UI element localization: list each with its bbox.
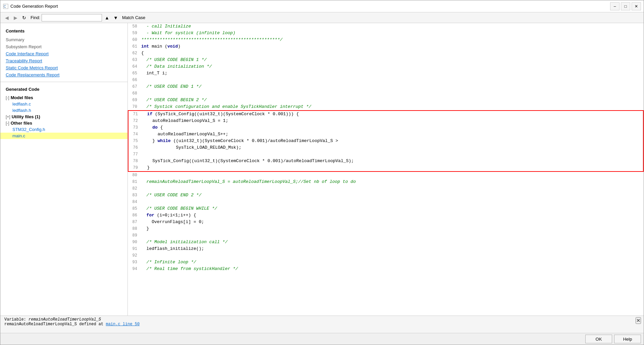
table-row: 80 — [128, 172, 644, 179]
table-row: 64 /* Data initialization */ — [128, 63, 644, 70]
find-prev-button[interactable]: ▲ — [103, 14, 111, 21]
line-number: 69 — [128, 97, 141, 104]
status-bar: ✕ Variable: remainAutoReloadTimerLoopVal… — [0, 316, 644, 333]
line-content: /* USER CODE END 2 */ — [141, 192, 644, 199]
table-row: 58 - call Initialize — [128, 23, 644, 30]
line-content: /* USER CODE BEGIN WHILE */ — [141, 205, 644, 212]
line-number: 86 — [128, 212, 141, 219]
find-next-button[interactable]: ▼ — [112, 14, 119, 21]
other-files-toggle: [-] — [6, 121, 9, 126]
status-link[interactable]: main.c line 50 — [106, 322, 140, 327]
toolbar: ◀ ▶ ↻ Find: ▲ ▼ Match Case — [0, 12, 644, 23]
svg-text:C: C — [4, 5, 6, 8]
line-number: 82 — [128, 185, 141, 192]
other-files-label: Other files — [11, 121, 32, 126]
variable-name: remainAutoReloadTimerLoopVal_S — [29, 317, 101, 322]
match-case-label: Match Case — [122, 15, 145, 20]
table-row: 74 autoReloadTimerLoopVal_S++; — [128, 131, 644, 138]
line-number: 73 — [128, 124, 142, 131]
line-content: autoReloadTimerLoopVal_S++; — [142, 131, 643, 138]
line-number: 62 — [128, 50, 141, 57]
table-row: 62{ — [128, 50, 644, 57]
contents-heading: Contents — [0, 27, 127, 36]
line-number: 78 — [128, 158, 142, 164]
table-row: 70 /* Systick configuration and enable S… — [128, 104, 644, 110]
table-row: 86 for (i=0;i<1;i++) { — [128, 212, 644, 219]
line-number: 66 — [128, 77, 141, 83]
line-number: 80 — [128, 172, 141, 179]
line-content: - Wait for systick (infinite loop) — [141, 30, 644, 37]
sidebar-file-ledflash-h[interactable]: ledflash.h — [0, 107, 127, 114]
table-row: 73 do { — [128, 124, 644, 131]
table-row: 79 } — [128, 164, 644, 172]
sidebar-item-traceability-report[interactable]: Traceability Report — [0, 57, 127, 64]
window-title: Code Generation Report — [10, 4, 58, 9]
status-label: Variable: remainAutoReloadTimerLoopVal_S — [4, 317, 101, 322]
line-number: 84 — [128, 199, 141, 205]
find-input[interactable] — [42, 14, 102, 21]
table-row: 68 — [128, 90, 644, 97]
line-number: 93 — [128, 259, 141, 266]
sidebar-item-code-interface-report[interactable]: Code Interface Report — [0, 50, 127, 57]
line-number: 79 — [128, 164, 142, 171]
utility-files-tree-item[interactable]: [+] Utility files (1) — [0, 114, 127, 120]
line-content: /* Data initialization */ — [141, 63, 644, 70]
maximize-button[interactable]: □ — [621, 2, 630, 10]
line-content: ledflash_initialize(); — [141, 246, 644, 252]
line-content: ****************************************… — [141, 37, 644, 43]
line-content: SysTick_Config((uint32_t)(SystemCoreCloc… — [142, 158, 643, 164]
model-files-toggle: [-] — [6, 95, 9, 100]
line-content: int_T i; — [141, 70, 644, 77]
main-content: Contents Summary Subsystem Report Code I… — [0, 23, 644, 316]
main-window: C Code Generation Report – □ ✕ ◀ ▶ ↻ Fin… — [0, 0, 644, 345]
line-number: 81 — [128, 179, 141, 185]
table-row: 71 if (SysTick_Config((uint32_t)(SystemC… — [128, 110, 644, 118]
sidebar-file-main-c[interactable]: main.c — [0, 133, 127, 139]
sidebar-file-ledflash-c[interactable]: ledflash.c — [0, 101, 127, 107]
status-bar-close-button[interactable]: ✕ — [636, 317, 641, 324]
sidebar: Contents Summary Subsystem Report Code I… — [0, 23, 128, 316]
table-row: 93 /* Infinite loop */ — [128, 259, 644, 266]
line-content: { — [141, 50, 644, 57]
forward-button[interactable]: ▶ — [12, 14, 19, 21]
line-content: } — [141, 225, 644, 232]
line-number: 64 — [128, 63, 141, 70]
sidebar-item-static-code-metrics-report[interactable]: Static Code Metrics Report — [0, 64, 127, 71]
table-row: 91 ledflash_initialize(); — [128, 246, 644, 252]
close-button[interactable]: ✕ — [632, 2, 641, 10]
sidebar-item-code-replacements-report[interactable]: Code Replacements Report — [0, 71, 127, 78]
table-row: 84 — [128, 199, 644, 205]
sidebar-item-subsystem-report[interactable]: Subsystem Report — [0, 43, 127, 50]
line-number: 91 — [128, 246, 141, 252]
line-number: 60 — [128, 37, 141, 43]
back-button[interactable]: ◀ — [3, 14, 10, 21]
line-number: 83 — [128, 192, 141, 199]
refresh-button[interactable]: ↻ — [20, 14, 28, 21]
status-defined-text: remainAutoReloadTimerLoopVal_S defined a… — [4, 322, 140, 327]
find-label: Find: — [31, 15, 40, 20]
table-row: 60**************************************… — [128, 37, 644, 43]
line-content: /* Infinite loop */ — [141, 259, 644, 266]
sidebar-file-stm32-config-h[interactable]: STM32_Config.h — [0, 126, 127, 133]
line-content: } while ((uint32_t)(SystemCoreClock * 0.… — [142, 138, 643, 144]
table-row: 81 remainAutoReloadTimerLoopVal_S = auto… — [128, 179, 644, 185]
minimize-button[interactable]: – — [610, 2, 620, 10]
line-content: } — [142, 164, 643, 171]
line-number: 85 — [128, 205, 141, 212]
line-content: if (SysTick_Config((uint32_t)(SystemCore… — [142, 111, 643, 118]
line-content: autoReloadTimerLoopVal_S = 1; — [142, 118, 643, 124]
help-button[interactable]: Help — [614, 335, 641, 343]
table-row: 63 /* USER CODE BEGIN 1 */ — [128, 57, 644, 63]
ok-button[interactable]: OK — [585, 335, 612, 343]
sidebar-item-summary[interactable]: Summary — [0, 36, 127, 43]
line-content: for (i=0;i<1;i++) { — [141, 212, 644, 219]
line-number: 94 — [128, 266, 141, 272]
bottom-bar: OK Help — [0, 333, 644, 345]
line-number: 92 — [128, 252, 141, 259]
other-files-tree-item[interactable]: [-] Other files — [0, 120, 127, 126]
model-files-tree-item[interactable]: [-] Model files — [0, 94, 127, 101]
code-pane[interactable]: 58 - call Initialize59 - Wait for systic… — [128, 23, 644, 316]
line-content: remainAutoReloadTimerLoopVal_S = autoRel… — [141, 179, 644, 185]
sidebar-divider — [0, 82, 127, 82]
table-row: 78 SysTick_Config((uint32_t)(SystemCoreC… — [128, 158, 644, 164]
